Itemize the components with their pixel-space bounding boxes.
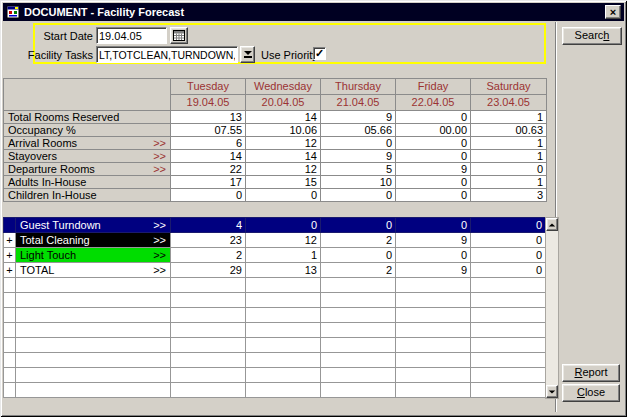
drilldown-arrow[interactable]: >> bbox=[153, 137, 166, 149]
table-row[interactable]: + TOTAL>> 29 13 2 9 0 bbox=[4, 263, 546, 278]
cell[interactable]: 0 bbox=[321, 218, 396, 233]
empty-cell[interactable] bbox=[171, 293, 246, 308]
row-label[interactable]: Guest Turndown>> bbox=[16, 218, 171, 233]
cell[interactable]: 12 bbox=[246, 233, 321, 248]
cell[interactable]: 2 bbox=[171, 248, 246, 263]
empty-cell[interactable] bbox=[321, 323, 396, 338]
cell[interactable]: 0 bbox=[471, 218, 546, 233]
empty-table-row[interactable] bbox=[4, 383, 546, 398]
cell[interactable]: 0 bbox=[471, 263, 546, 278]
empty-cell[interactable] bbox=[171, 308, 246, 323]
table-row[interactable]: + Total Cleaning>> 23 12 2 9 0 bbox=[4, 233, 546, 248]
calendar-button[interactable] bbox=[170, 27, 188, 44]
expand-marker[interactable]: + bbox=[4, 263, 16, 278]
empty-cell[interactable] bbox=[471, 308, 546, 323]
empty-cell[interactable] bbox=[396, 308, 471, 323]
empty-cell[interactable] bbox=[4, 308, 16, 323]
cell[interactable]: 1 bbox=[246, 248, 321, 263]
empty-table-row[interactable] bbox=[4, 308, 546, 323]
empty-cell[interactable] bbox=[4, 353, 16, 368]
cell[interactable]: 0 bbox=[471, 248, 546, 263]
cell[interactable]: 2 bbox=[321, 263, 396, 278]
empty-cell[interactable] bbox=[396, 323, 471, 338]
drilldown-arrow[interactable]: >> bbox=[153, 218, 166, 232]
empty-cell[interactable] bbox=[321, 293, 396, 308]
empty-cell[interactable] bbox=[4, 368, 16, 383]
empty-cell[interactable] bbox=[246, 353, 321, 368]
empty-cell[interactable] bbox=[171, 338, 246, 353]
start-date-input[interactable] bbox=[96, 27, 167, 44]
search-button[interactable]: Search bbox=[562, 27, 622, 45]
drilldown-arrow[interactable]: >> bbox=[153, 263, 166, 277]
empty-cell[interactable] bbox=[16, 353, 171, 368]
empty-cell[interactable] bbox=[246, 308, 321, 323]
cell[interactable]: 9 bbox=[396, 263, 471, 278]
cell[interactable]: 4 bbox=[171, 218, 246, 233]
drilldown-arrow[interactable]: >> bbox=[153, 233, 166, 247]
empty-cell[interactable] bbox=[471, 278, 546, 293]
empty-cell[interactable] bbox=[396, 368, 471, 383]
empty-cell[interactable] bbox=[16, 278, 171, 293]
empty-cell[interactable] bbox=[16, 368, 171, 383]
cell[interactable]: 0 bbox=[396, 248, 471, 263]
table-row[interactable]: + Light Touch>> 2 1 0 0 0 bbox=[4, 248, 546, 263]
empty-cell[interactable] bbox=[321, 383, 396, 398]
empty-cell[interactable] bbox=[4, 383, 16, 398]
empty-table-row[interactable] bbox=[4, 278, 546, 293]
close-button[interactable]: Close bbox=[562, 384, 620, 402]
empty-cell[interactable] bbox=[471, 383, 546, 398]
empty-cell[interactable] bbox=[246, 278, 321, 293]
empty-cell[interactable] bbox=[4, 293, 16, 308]
drilldown-arrow[interactable]: >> bbox=[153, 248, 166, 262]
cell[interactable]: 0 bbox=[246, 218, 321, 233]
empty-cell[interactable] bbox=[321, 368, 396, 383]
empty-cell[interactable] bbox=[246, 338, 321, 353]
empty-cell[interactable] bbox=[471, 293, 546, 308]
empty-cell[interactable] bbox=[4, 278, 16, 293]
report-button[interactable]: Report bbox=[562, 364, 620, 382]
empty-cell[interactable] bbox=[321, 308, 396, 323]
empty-cell[interactable] bbox=[171, 368, 246, 383]
empty-cell[interactable] bbox=[171, 353, 246, 368]
empty-cell[interactable] bbox=[16, 383, 171, 398]
empty-cell[interactable] bbox=[171, 383, 246, 398]
empty-cell[interactable] bbox=[471, 368, 546, 383]
empty-cell[interactable] bbox=[396, 353, 471, 368]
empty-cell[interactable] bbox=[246, 383, 321, 398]
empty-cell[interactable] bbox=[16, 338, 171, 353]
empty-cell[interactable] bbox=[471, 353, 546, 368]
cell[interactable]: 23 bbox=[171, 233, 246, 248]
drilldown-arrow[interactable]: >> bbox=[153, 150, 166, 162]
expand-marker[interactable]: + bbox=[4, 233, 16, 248]
empty-cell[interactable] bbox=[396, 293, 471, 308]
cell[interactable]: 13 bbox=[246, 263, 321, 278]
empty-cell[interactable] bbox=[246, 293, 321, 308]
facility-tasks-input[interactable] bbox=[96, 46, 238, 63]
empty-cell[interactable] bbox=[321, 353, 396, 368]
empty-cell[interactable] bbox=[16, 323, 171, 338]
empty-cell[interactable] bbox=[396, 383, 471, 398]
scroll-up-button[interactable] bbox=[546, 218, 558, 231]
empty-table-row[interactable] bbox=[4, 338, 546, 353]
drilldown-arrow[interactable]: >> bbox=[153, 163, 166, 175]
empty-cell[interactable] bbox=[321, 278, 396, 293]
empty-cell[interactable] bbox=[396, 338, 471, 353]
table-row-selected[interactable]: Guest Turndown>> 4 0 0 0 0 bbox=[4, 218, 546, 233]
empty-cell[interactable] bbox=[16, 293, 171, 308]
row-label[interactable]: Total Cleaning>> bbox=[16, 233, 171, 248]
cell[interactable]: 0 bbox=[471, 233, 546, 248]
cell[interactable]: 9 bbox=[396, 233, 471, 248]
empty-cell[interactable] bbox=[171, 323, 246, 338]
empty-cell[interactable] bbox=[4, 323, 16, 338]
empty-cell[interactable] bbox=[246, 323, 321, 338]
expand-marker[interactable] bbox=[4, 218, 16, 233]
window-close-button[interactable]: × bbox=[605, 5, 621, 19]
empty-cell[interactable] bbox=[4, 338, 16, 353]
empty-table-row[interactable] bbox=[4, 368, 546, 383]
empty-cell[interactable] bbox=[246, 368, 321, 383]
tasks-scrollbar[interactable] bbox=[545, 217, 559, 399]
scroll-down-button[interactable] bbox=[546, 385, 558, 398]
empty-cell[interactable] bbox=[16, 308, 171, 323]
cell[interactable]: 0 bbox=[321, 248, 396, 263]
row-label[interactable]: TOTAL>> bbox=[16, 263, 171, 278]
